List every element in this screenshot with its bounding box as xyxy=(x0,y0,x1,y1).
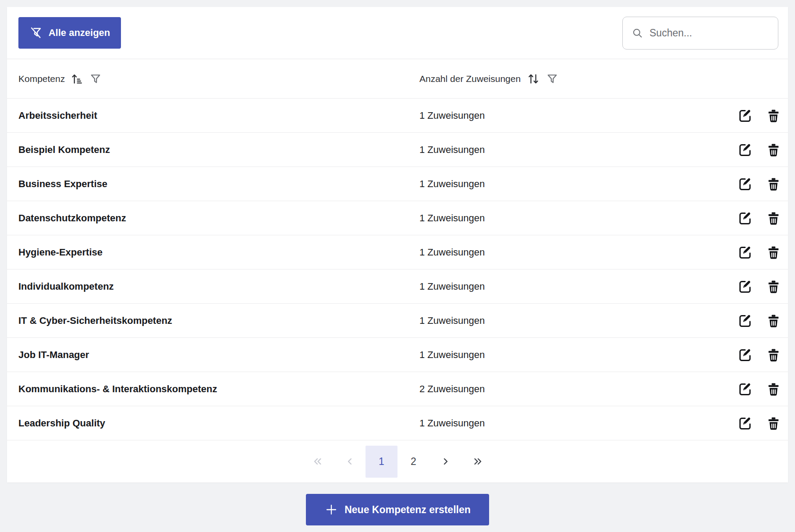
sort-arrows-icon[interactable] xyxy=(526,72,540,85)
table-row: Individualkompetenz 1 Zuweisungen xyxy=(7,270,788,304)
edit-button[interactable] xyxy=(737,245,753,260)
table-row: Datenschutzkompetenz 1 Zuweisungen xyxy=(7,201,788,235)
column-header-zuweisungen[interactable]: Anzahl der Zuweisungen xyxy=(419,72,702,85)
table-row: Beispiel Kompetenz 1 Zuweisungen xyxy=(7,133,788,167)
edit-button[interactable] xyxy=(737,279,753,294)
column-label: Anzahl der Zuweisungen xyxy=(419,74,521,84)
row-actions xyxy=(702,347,781,363)
table-row: Arbeitssicherheit 1 Zuweisungen xyxy=(7,99,788,133)
edit-icon xyxy=(737,347,753,363)
page-button[interactable]: 1 xyxy=(366,446,398,478)
filter-icon[interactable] xyxy=(89,73,102,85)
assignment-count: 1 Zuweisungen xyxy=(419,349,702,361)
edit-button[interactable] xyxy=(737,313,753,329)
assignment-count: 1 Zuweisungen xyxy=(419,281,702,292)
delete-button[interactable] xyxy=(766,313,781,328)
last-page-button[interactable] xyxy=(461,446,493,478)
first-page-button[interactable] xyxy=(302,446,334,478)
search-input[interactable] xyxy=(649,27,770,39)
edit-button[interactable] xyxy=(737,381,753,397)
double-chevron-right-icon xyxy=(471,456,484,467)
trash-icon xyxy=(766,211,781,226)
row-actions xyxy=(702,142,781,158)
trash-icon xyxy=(766,245,781,260)
assignment-count: 1 Zuweisungen xyxy=(419,418,702,429)
edit-button[interactable] xyxy=(737,210,753,226)
delete-button[interactable] xyxy=(766,211,781,226)
delete-button[interactable] xyxy=(766,279,781,294)
search-icon xyxy=(632,27,643,39)
table-header: Kompetenz Anzahl der Zuweisungen xyxy=(7,59,788,99)
edit-icon xyxy=(737,415,753,431)
edit-button[interactable] xyxy=(737,415,753,431)
trash-icon xyxy=(766,348,781,362)
create-competency-button[interactable]: Neue Kompetenz erstellen xyxy=(306,494,489,525)
double-chevron-left-icon xyxy=(311,456,324,467)
competency-name: Individualkompetenz xyxy=(18,281,419,292)
edit-icon xyxy=(737,176,753,192)
delete-button[interactable] xyxy=(766,245,781,260)
trash-icon xyxy=(766,279,781,294)
assignment-count: 1 Zuweisungen xyxy=(419,315,702,326)
table-row: Hygiene-Expertise 1 Zuweisungen xyxy=(7,235,788,270)
column-header-kompetenz[interactable]: Kompetenz xyxy=(18,72,419,85)
table-row: Leadership Quality 1 Zuweisungen xyxy=(7,406,788,440)
assignment-count: 1 Zuweisungen xyxy=(419,144,702,156)
row-actions xyxy=(702,415,781,431)
delete-button[interactable] xyxy=(766,416,781,431)
show-all-label: Alle anzeigen xyxy=(49,27,110,39)
filter-icon[interactable] xyxy=(546,73,558,85)
row-actions xyxy=(702,279,781,294)
table-toolbar: Alle anzeigen xyxy=(7,7,788,59)
delete-button[interactable] xyxy=(766,108,781,123)
competency-name: Business Expertise xyxy=(18,178,419,190)
trash-icon xyxy=(766,416,781,431)
competency-name: Hygiene-Expertise xyxy=(18,247,419,258)
previous-page-button[interactable] xyxy=(334,446,366,478)
table-row: Business Expertise 1 Zuweisungen xyxy=(7,167,788,201)
filter-slash-icon xyxy=(29,26,43,39)
column-label: Kompetenz xyxy=(18,74,65,84)
row-actions xyxy=(702,245,781,260)
delete-button[interactable] xyxy=(766,382,781,397)
table-body: Arbeitssicherheit 1 Zuweisungen xyxy=(7,99,788,440)
assignment-count: 1 Zuweisungen xyxy=(419,110,702,121)
next-page-button[interactable] xyxy=(429,446,461,478)
edit-icon xyxy=(737,108,753,124)
pagination: 1 2 xyxy=(7,440,788,482)
delete-button[interactable] xyxy=(766,142,781,157)
chevron-right-icon xyxy=(440,456,451,467)
trash-icon xyxy=(766,108,781,123)
assignment-count: 1 Zuweisungen xyxy=(419,213,702,224)
competency-name: IT & Cyber-Sicherheitskompetenz xyxy=(18,315,419,326)
trash-icon xyxy=(766,382,781,397)
edit-icon xyxy=(737,245,753,260)
edit-button[interactable] xyxy=(737,108,753,124)
edit-button[interactable] xyxy=(737,176,753,192)
plus-icon xyxy=(324,503,338,517)
edit-icon xyxy=(737,313,753,329)
row-actions xyxy=(702,313,781,329)
row-actions xyxy=(702,210,781,226)
table-row: IT & Cyber-Sicherheitskompetenz 1 Zuweis… xyxy=(7,304,788,338)
assignment-count: 2 Zuweisungen xyxy=(419,383,702,395)
competency-name: Arbeitssicherheit xyxy=(18,110,419,121)
show-all-button[interactable]: Alle anzeigen xyxy=(18,17,121,49)
page-button[interactable]: 2 xyxy=(398,446,429,478)
competency-name: Leadership Quality xyxy=(18,418,419,429)
assignment-count: 1 Zuweisungen xyxy=(419,247,702,258)
edit-icon xyxy=(737,381,753,397)
row-actions xyxy=(702,108,781,124)
search-box[interactable] xyxy=(622,17,778,50)
sort-ascending-icon[interactable] xyxy=(71,72,84,85)
edit-button[interactable] xyxy=(737,142,753,158)
table-row: Kommunikations- & Interaktionskompetenz … xyxy=(7,372,788,406)
delete-button[interactable] xyxy=(766,177,781,192)
edit-icon xyxy=(737,142,753,158)
create-competency-label: Neue Kompetenz erstellen xyxy=(344,504,471,516)
delete-button[interactable] xyxy=(766,348,781,362)
trash-icon xyxy=(766,177,781,192)
edit-button[interactable] xyxy=(737,347,753,363)
edit-icon xyxy=(737,210,753,226)
trash-icon xyxy=(766,313,781,328)
